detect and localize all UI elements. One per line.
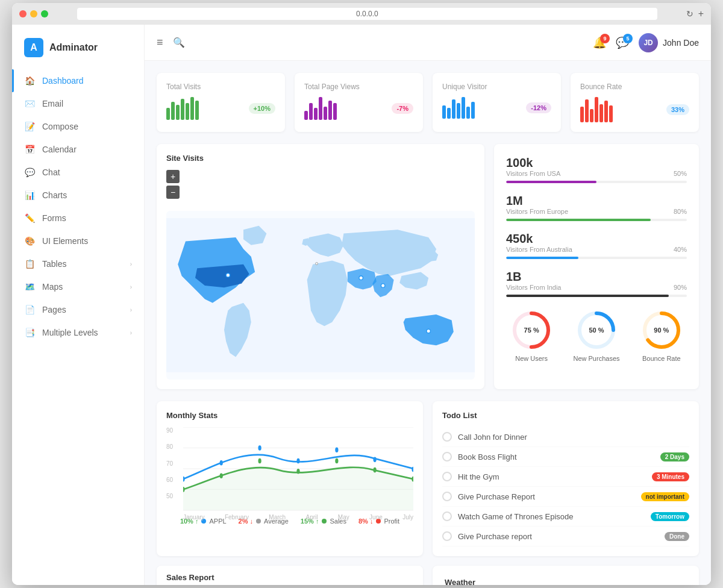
url-bar[interactable]: 0.0.0.0	[77, 8, 657, 20]
middle-row: Site Visits + −	[157, 144, 699, 389]
traffic-lights	[19, 10, 48, 17]
tables-icon: 📋	[24, 258, 35, 269]
sidebar-item-email[interactable]: ✉️ Email	[12, 92, 144, 115]
donut-container-bounce: 90 %	[640, 309, 683, 351]
stat-title-1: Total Page Views	[304, 83, 413, 91]
bar	[171, 102, 175, 120]
sidebar-item-ui-elements[interactable]: 🎨 UI Elements	[12, 230, 144, 252]
visitor-stat-usa: 100k Visitors From USA 50%	[506, 156, 687, 183]
progress-fill	[506, 219, 651, 221]
visitor-label-india: Visitors From India 90%	[506, 284, 687, 291]
todo-text-3: Give Purchase Report	[458, 492, 535, 501]
bar	[595, 97, 598, 122]
progress-fill	[506, 257, 578, 259]
close-button[interactable]	[19, 10, 27, 17]
bar	[166, 108, 170, 120]
charts-icon: 📊	[24, 190, 35, 201]
todo-item-4: Watch Game of Thrones Episode Tomorrow	[442, 507, 689, 527]
nav-label-forms: Forms	[42, 213, 66, 223]
sales-weather-row: Sales Report November 2017 Sales Report …	[157, 566, 699, 585]
notifications-button[interactable]: 🔔 9	[593, 36, 606, 49]
stats-row: Total Visits +10%	[157, 73, 699, 132]
stat-body-0: +10%	[166, 97, 275, 120]
nav-label-pages: Pages	[42, 305, 66, 314]
visitor-num-australia: 450k	[506, 232, 687, 246]
nav-label-chat: Chat	[42, 167, 60, 177]
reload-button[interactable]: ↻	[686, 9, 693, 19]
messages-button[interactable]: 💬 5	[616, 36, 629, 49]
bar	[328, 101, 332, 120]
sidebar-item-pages[interactable]: 📄 Pages ›	[12, 298, 144, 321]
donut-label-users: New Users	[515, 355, 548, 362]
todo-checkbox-2[interactable]	[442, 472, 452, 481]
nav-label-dashboard: Dashboard	[42, 76, 84, 86]
home-icon: 🏠	[24, 75, 35, 86]
donut-container-users: 75 %	[510, 309, 552, 351]
y-label: 50	[166, 493, 173, 499]
x-label: January	[183, 514, 205, 521]
y-label: 90	[166, 427, 173, 434]
progress-bar-usa	[506, 181, 687, 183]
todo-item-0: Call John for Dinner	[442, 427, 689, 447]
visitor-label-usa: Visitors From USA 50%	[506, 170, 687, 177]
stat-bars-0	[166, 97, 199, 120]
weather-card: Weather 32°F Partly Clouds	[433, 566, 699, 585]
progress-bar-europe	[506, 219, 687, 221]
stat-body-3: 33%	[580, 97, 689, 122]
sidebar-item-calendar[interactable]: 📅 Calendar	[12, 138, 144, 161]
maximize-button[interactable]	[41, 10, 48, 17]
map-title: Site Visits	[166, 154, 475, 163]
sidebar-item-maps[interactable]: 🗺️ Maps ›	[12, 275, 144, 298]
todo-checkbox-1[interactable]	[442, 452, 452, 461]
sidebar-item-compose[interactable]: 📝 Compose	[12, 115, 144, 138]
donuts-row: 75 % New Users	[506, 309, 687, 362]
bar	[304, 111, 308, 120]
donut-label-bounce: Bounce Rate	[642, 355, 681, 362]
sidebar-item-dashboard[interactable]: 🏠 Dashboard	[12, 69, 144, 92]
todo-tag-5: Done	[665, 532, 689, 541]
world-map	[166, 211, 475, 380]
sales-title: Sales Report	[157, 566, 423, 585]
progress-bar-india	[506, 295, 687, 297]
sidebar: A Adminator 🏠 Dashboard ✉️ Email 📝 Compo…	[12, 25, 145, 585]
brand-name: Adminator	[49, 42, 98, 53]
multiple-levels-icon: 📑	[24, 327, 35, 338]
bottom-row: Monthly Stats 90 80 70 60 50	[157, 401, 699, 556]
nav-label-charts: Charts	[42, 190, 67, 200]
minimize-button[interactable]	[30, 10, 37, 17]
todo-checkbox-4[interactable]	[442, 511, 452, 521]
todo-tag-1: 2 Days	[660, 452, 689, 461]
stat-title-3: Bounce Rate	[580, 83, 689, 91]
sidebar-brand: A Adminator	[12, 31, 144, 69]
nav-label-multiple: Multiple Levels	[42, 328, 98, 337]
y-label: 60	[166, 477, 173, 483]
bar	[190, 97, 194, 120]
zoom-in-button[interactable]: +	[166, 170, 180, 183]
zoom-out-button[interactable]: −	[166, 186, 180, 199]
x-label: June	[369, 514, 383, 521]
header-right: 🔔 9 💬 5 JD John Doe	[593, 33, 699, 52]
visitor-num-europe: 1M	[506, 194, 687, 208]
svg-point-19	[258, 445, 261, 451]
sidebar-item-chat[interactable]: 💬 Chat	[12, 161, 144, 184]
todo-checkbox-5[interactable]	[442, 531, 452, 541]
hamburger-icon[interactable]: ≡	[157, 36, 163, 49]
todo-tag-2: 3 Minutes	[652, 472, 689, 481]
bar	[466, 107, 470, 119]
sidebar-item-tables[interactable]: 📋 Tables ›	[12, 252, 144, 275]
bar	[314, 108, 318, 120]
search-icon[interactable]: 🔍	[173, 37, 185, 48]
todo-checkbox-0[interactable]	[442, 432, 452, 442]
chart-area	[183, 427, 413, 511]
todo-left-1: Book Boss Flight	[442, 452, 517, 461]
new-tab-button[interactable]: +	[698, 8, 704, 19]
svg-point-2	[359, 276, 363, 280]
x-label: March	[269, 514, 286, 521]
sidebar-item-charts[interactable]: 📊 Charts	[12, 184, 144, 207]
sidebar-item-forms[interactable]: ✏️ Forms	[12, 207, 144, 230]
bar	[580, 107, 584, 122]
sidebar-item-multiple-levels[interactable]: 📑 Multiple Levels ›	[12, 321, 144, 344]
user-profile[interactable]: JD John Doe	[639, 33, 699, 52]
bar	[599, 104, 603, 122]
todo-checkbox-3[interactable]	[442, 492, 452, 501]
